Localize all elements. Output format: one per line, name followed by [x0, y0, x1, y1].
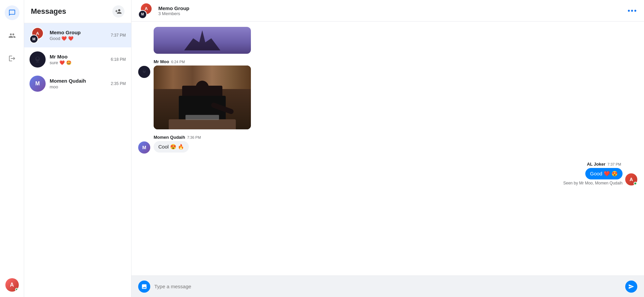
sidebar-title: Messages	[31, 7, 66, 16]
send-button[interactable]	[625, 281, 637, 293]
mr-moo-msg-header: Mr Moo 6:24 PM	[154, 59, 251, 64]
momen-name: Momen Qudaih	[50, 78, 107, 84]
momen-msg-header: Momen Qudaih 7:36 PM	[154, 135, 201, 140]
momen-time: 2:35 PM	[111, 81, 126, 86]
mr-moo-msg-name: Mr Moo	[154, 59, 169, 64]
al-joker-name: AL Joker	[587, 162, 605, 167]
mr-moo-name: Mr Moo	[50, 54, 107, 59]
momen-info: Momen Qudaih moo	[50, 78, 107, 89]
momen-msg-name: Momen Qudaih	[154, 135, 185, 140]
momen-msg-time: 7:36 PM	[187, 135, 201, 139]
momen-avatar: M	[30, 76, 46, 92]
conversation-item-memo-group[interactable]: A M Memo Group Good ❤️ ❤️ 7:37 PM	[24, 23, 131, 47]
al-joker-online-dot	[634, 182, 637, 185]
image-upload-button[interactable]	[138, 281, 150, 293]
memo-group-info: Memo Group Good ❤️ ❤️	[50, 30, 107, 41]
chat-group-avatar: A M	[138, 3, 154, 19]
memo-group-name: Memo Group	[50, 30, 107, 35]
al-joker-bubble: Good ❤️ 😍	[585, 168, 623, 179]
outgoing-message-row: AL Joker 7:37 PM Good ❤️ 😍 Seen by Mr Mo…	[138, 162, 637, 185]
messages-container: Mr Moo 6:24 PM	[131, 22, 644, 275]
chat-header: A M Memo Group 3 Members •••	[131, 0, 644, 22]
svg-point-5	[144, 70, 145, 72]
conversation-item-mr-moo[interactable]: Mr Moo sure ❤️ 🤩 6:18 PM	[24, 47, 131, 72]
mr-moo-time: 6:18 PM	[111, 57, 126, 62]
nav-messages-icon[interactable]	[5, 5, 19, 20]
conversation-item-momen[interactable]: M Momen Qudaih moo 2:35 PM	[24, 72, 131, 96]
mr-moo-avatar	[30, 51, 46, 68]
mr-moo-info: Mr Moo sure ❤️ 🤩	[50, 54, 107, 65]
mr-moo-preview: sure ❤️ 🤩	[50, 60, 107, 65]
memo-group-time: 7:37 PM	[111, 33, 126, 38]
momen-preview: moo	[50, 84, 107, 89]
conversation-list: A M Memo Group Good ❤️ ❤️ 7:37 PM	[24, 23, 131, 297]
sidebar-header: Messages	[24, 0, 131, 23]
online-indicator	[15, 288, 18, 291]
chat-header-left: A M Memo Group 3 Members	[138, 3, 190, 19]
mr-moo-photo	[154, 66, 251, 129]
nav-logout-icon[interactable]	[5, 51, 19, 66]
message-input[interactable]	[154, 284, 621, 289]
chat-area: A M Memo Group 3 Members •••	[131, 0, 644, 297]
message-row-momen-text: M Momen Qudaih 7:36 PM Cool 😍 🔥	[138, 135, 637, 154]
nav-people-icon[interactable]	[5, 28, 19, 43]
message-row-sky-image	[138, 27, 637, 54]
chat-group-name: Memo Group	[158, 5, 190, 11]
memo-group-avatar: A M	[30, 27, 46, 43]
sidebar: Messages A M Memo Group Good ❤️ ❤️ 7:37 …	[24, 0, 131, 297]
mr-moo-msg-avatar	[138, 66, 150, 78]
al-joker-time: 7:37 PM	[607, 162, 621, 166]
momen-msg-bubble: Cool 😍 🔥	[154, 141, 189, 153]
icon-bar: A	[0, 0, 24, 297]
momen-msg-content: Momen Qudaih 7:36 PM Cool 😍 🔥	[154, 135, 201, 153]
momen-msg-avatar: M	[138, 141, 150, 154]
add-contact-button[interactable]	[112, 5, 124, 17]
sky-image-message	[154, 27, 251, 54]
al-joker-avatar: A	[625, 173, 637, 185]
al-joker-bubble-wrapper: Good ❤️ 😍 Seen by Mr Moo, Momen Qudaih	[563, 168, 623, 185]
svg-point-2	[36, 57, 39, 59]
chat-input-area	[131, 275, 644, 297]
seen-by-text: Seen by Mr Moo, Momen Qudaih	[563, 181, 623, 185]
mr-moo-msg-time: 6:24 PM	[171, 60, 185, 64]
chat-group-sub: 3 Members	[158, 11, 190, 16]
al-joker-msg-header: AL Joker 7:37 PM	[587, 162, 637, 167]
message-row-mr-moo-image: Mr Moo 6:24 PM	[138, 59, 637, 129]
al-joker-msg-row: Good ❤️ 😍 Seen by Mr Moo, Momen Qudaih A	[563, 168, 637, 185]
mr-moo-image-content: Mr Moo 6:24 PM	[154, 59, 251, 129]
current-user-avatar[interactable]: A	[5, 278, 19, 292]
memo-group-preview: Good ❤️ ❤️	[50, 36, 107, 41]
more-options-button[interactable]: •••	[628, 6, 637, 15]
chat-header-info: Memo Group 3 Members	[158, 5, 190, 16]
